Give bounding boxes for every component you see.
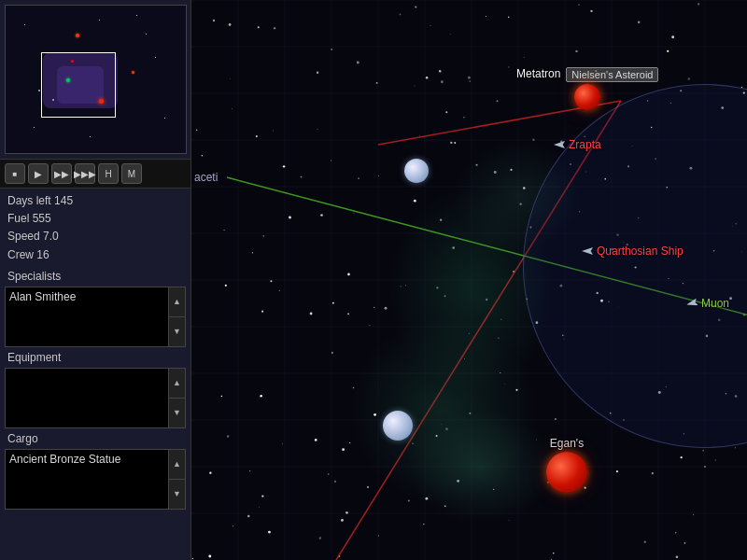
blue2-body [404,159,429,183]
specialists-label: Specialists [0,268,190,285]
list-item[interactable]: Ancient Bronze Statue [9,453,181,466]
list-item[interactable]: Alan Smithee [9,290,181,303]
svg-line-2 [227,177,747,341]
equipment-scroll: ▲ ▼ [168,369,185,427]
ship-zrapta[interactable]: Zrapta [554,138,601,151]
nebula-2 [350,317,537,504]
map-button[interactable]: M [121,163,142,184]
cargo-list: Ancient Bronze Statue ▲ ▼ [5,449,186,510]
equipment-scroll-up[interactable]: ▲ [169,369,185,399]
ship-quarthosian[interactable]: Quarthosian Ship [582,245,684,258]
play-button[interactable]: ▶ [28,163,49,184]
planet-metatron[interactable]: Metatron Nielsen's Asteroid [516,67,658,110]
game-container: ■ ▶ ▶▶ ▶▶▶ H M Days left 145 Fuel 555 Sp… [0,0,747,560]
cargo-label: Cargo [0,430,190,447]
influence-circle [523,84,747,448]
nebula-3 [453,140,584,252]
minimap[interactable] [5,5,187,154]
speed-stat: Speed 7.0 [7,228,183,245]
hyperspace-button[interactable]: H [98,163,119,184]
triple-fast-forward-button[interactable]: ▶▶▶ [75,163,95,184]
aceti-label: aceti [194,171,218,184]
specialists-list: Alan Smithee ▲ ▼ [5,287,186,347]
nebula-4 [406,411,556,523]
fuel-stat: Fuel 555 [7,210,183,228]
cargo-content: Ancient Bronze Statue [6,450,185,509]
left-panel: ■ ▶ ▶▶ ▶▶▶ H M Days left 145 Fuel 555 Sp… [0,0,191,560]
egan-body [546,452,587,493]
cargo-scroll-up[interactable]: ▲ [169,450,185,480]
metatron-label: Metatron [516,67,560,80]
planet-blue1[interactable] [383,411,413,441]
specialists-scroll: ▲ ▼ [168,287,185,346]
specialists-scroll-down[interactable]: ▼ [169,317,185,346]
cargo-scroll: ▲ ▼ [168,450,185,509]
equipment-label: Equipment [0,349,190,366]
equipment-content [6,369,185,427]
planet-egan[interactable]: Egan's [546,437,587,493]
controls-bar: ■ ▶ ▶▶ ▶▶▶ H M [0,159,190,189]
quarthosian-label: Quarthosian Ship [597,245,684,258]
specialists-scroll-up[interactable]: ▲ [169,287,185,317]
equipment-list: ▲ ▼ [5,368,186,428]
blue1-body [383,411,413,441]
zrapta-label: Zrapta [569,138,601,151]
fast-forward-button[interactable]: ▶▶ [51,163,72,184]
metatron-body [574,84,600,110]
stop-button[interactable]: ■ [5,163,25,184]
main-map[interactable]: aceti Metatron Nielsen's Asteroid Zrapta… [191,0,747,560]
muon-label: Muon [701,297,729,310]
specialists-content: Alan Smithee [6,287,185,346]
planet-blue2[interactable] [404,159,429,183]
egan-label: Egan's [550,437,584,450]
stats-panel: Days left 145 Fuel 555 Speed 7.0 Crew 16 [0,189,190,268]
ship-muon[interactable]: Muon [686,297,729,310]
svg-line-0 [378,101,621,145]
equipment-scroll-down[interactable]: ▼ [169,399,185,427]
nielsens-label: Nielsen's Asteroid [566,67,658,82]
cargo-scroll-down[interactable]: ▼ [169,480,185,509]
svg-line-1 [336,101,621,560]
days-left-stat: Days left 145 [7,192,183,210]
nebula-1 [388,187,556,392]
crew-stat: Crew 16 [7,246,183,264]
lines-svg [191,0,747,560]
